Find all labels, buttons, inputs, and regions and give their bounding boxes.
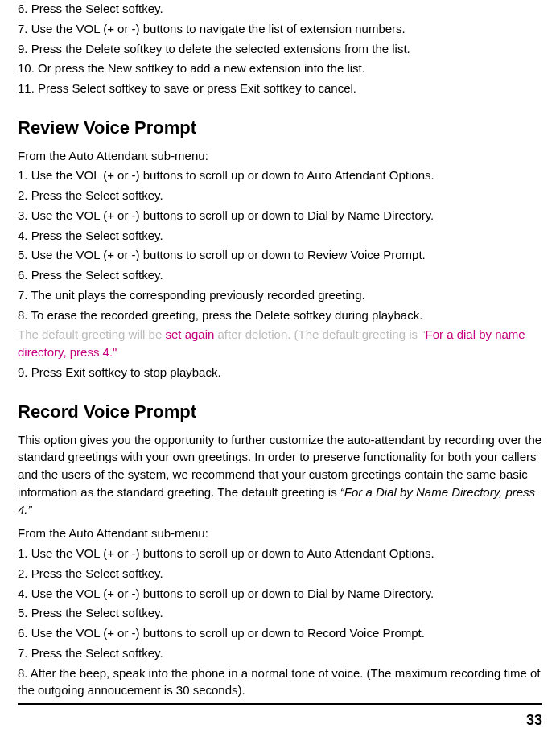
section1-after-line: 9. Press Exit softkey to stop playback. [18, 364, 542, 381]
section1-line: 4. Press the Select softkey. [18, 227, 542, 245]
section1-line: From the Auto Attendant sub-menu: [18, 147, 542, 165]
section1-line: 5. Use the VOL (+ or -) buttons to scrol… [18, 246, 542, 264]
section2-paragraph: This option gives you the opportunity to… [18, 431, 542, 519]
page-footer: 33 [18, 703, 542, 731]
section1-line: 3. Use the VOL (+ or -) buttons to scrol… [18, 207, 542, 224]
section1-line: 8. To erase the recorded greeting, press… [18, 307, 542, 324]
struck-text: after deletion. ( [218, 327, 299, 341]
intro-line: 6. Press the Select softkey. [18, 0, 542, 18]
section2-line: 4. Use the VOL (+ or -) buttons to scrol… [18, 585, 542, 603]
section2-line: 6. Use the VOL (+ or -) buttons to scrol… [18, 624, 542, 642]
intro-line: 10. Or press the New softkey to add a ne… [18, 60, 542, 77]
section1-line: 2. Press the Select softkey. [18, 187, 542, 204]
section2-line: 1. Use the VOL (+ or -) buttons to scrol… [18, 545, 542, 562]
intro-line: 9. Press the Delete softkey to delete th… [18, 40, 542, 58]
intro-line: 7. Use the VOL (+ or -) buttons to navig… [18, 20, 542, 38]
section1-line: 7. The unit plays the corresponding prev… [18, 286, 542, 304]
section1-body: From the Auto Attendant sub-menu: 1. Use… [18, 147, 542, 381]
inserted-text: set again [165, 327, 217, 341]
page-number: 33 [18, 710, 542, 731]
intro-block: 6. Press the Select softkey. 7. Use the … [18, 0, 542, 97]
section1-line: 6. Press the Select softkey. [18, 266, 542, 284]
footer-rule [18, 703, 542, 705]
intro-line: 11. Press Select softkey to save or pres… [18, 80, 542, 97]
section2-body: From the Auto Attendant sub-menu: 1. Use… [18, 525, 542, 699]
section2-line: 5. Press the Select softkey. [18, 604, 542, 622]
heading-record-voice-prompt: Record Voice Prompt [18, 399, 542, 425]
struck-text: The default greeting will be [18, 327, 165, 341]
section1-line: 1. Use the VOL (+ or -) buttons to scrol… [18, 167, 542, 184]
section2-line: From the Auto Attendant sub-menu: [18, 525, 542, 542]
heading-review-voice-prompt: Review Voice Prompt [18, 115, 542, 141]
section2-line: 7. Press the Select softkey. [18, 644, 542, 662]
section2-line: 8. After the beep, speak into the phone … [18, 665, 542, 700]
section1-mixed-line: The default greeting will be set again a… [18, 326, 542, 361]
section2-line: 2. Press the Select softkey. [18, 565, 542, 582]
struck-text: The default greeting is " [299, 327, 426, 341]
